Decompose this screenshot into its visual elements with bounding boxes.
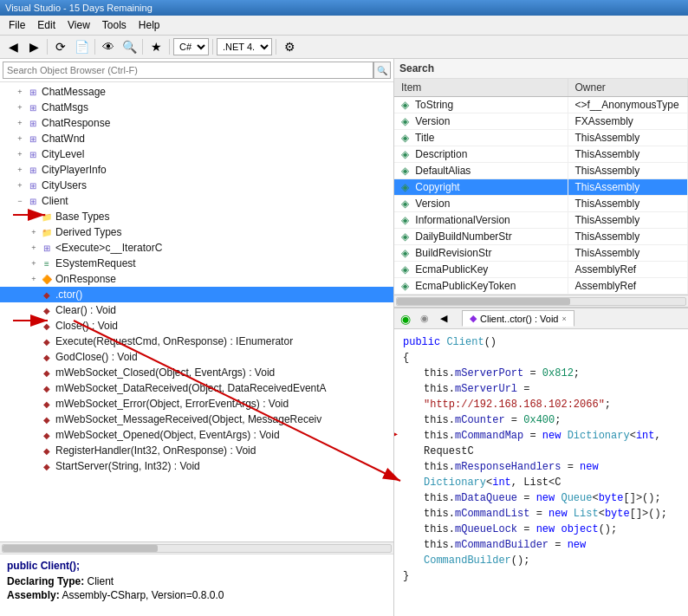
expand-client[interactable]: − (14, 195, 26, 207)
tree-item-esystemrequest[interactable]: + ≡ ESystemRequest (0, 256, 393, 271)
tree-item-mwebsocket-opened[interactable]: ◆ mWebSocket_Opened(Object, EventArgs) :… (0, 427, 393, 443)
result-row[interactable]: ◈ Description ThisAssembly (394, 146, 688, 163)
result-row[interactable]: ◈ Copyright ThisAssembly (394, 179, 688, 196)
toolbar-sep-3 (142, 39, 143, 55)
tree-hscrollbar-thumb[interactable] (3, 545, 158, 552)
code-tab-close-btn[interactable]: × (561, 314, 566, 323)
expand-execute-c[interactable]: + (28, 242, 40, 254)
result-row[interactable]: ◈ DefaultAlias ThisAssembly (394, 163, 688, 179)
result-row[interactable]: ◈ ToString <>f__AnonymousType (394, 97, 688, 113)
result-owner: <>f__AnonymousType (568, 97, 688, 113)
result-row[interactable]: ◈ Title ThisAssembly (394, 130, 688, 146)
expand-onresponse[interactable]: + (28, 273, 40, 285)
results-hscrollbar-thumb[interactable] (397, 298, 570, 305)
result-row[interactable]: ◈ BuildRevisionStr ThisAssembly (394, 245, 688, 262)
tree-item-clear[interactable]: ◆ Clear() : Void (0, 302, 393, 318)
code-view[interactable]: public Client() { this.mServerPort = 0x8… (394, 329, 688, 616)
tree-item-chatmsgs[interactable]: + ⊞ ChatMsgs (0, 100, 393, 115)
forward-btn[interactable]: ▶ (24, 37, 43, 56)
code-line-4: this.mServerUrl = "http://192.168.168.10… (403, 381, 679, 412)
tree-label-mwebsocket-msg: mWebSocket_MessageReceived(Object, Messa… (55, 413, 321, 425)
expand-basetypes[interactable]: + (28, 211, 40, 223)
tree-item-derivedtypes[interactable]: + 📁 Derived Types (0, 224, 393, 240)
declaring-type-value: Client (87, 575, 114, 587)
menu-help[interactable]: Help (133, 17, 166, 33)
nav-left-btn[interactable]: ◀ (436, 311, 451, 327)
tree-item-basetypes[interactable]: + 📁 Base Types (0, 209, 393, 224)
method-icon-mwebsocket-closed: ◆ (40, 366, 54, 379)
menu-file[interactable]: File (3, 17, 30, 33)
results-hscrollbar[interactable] (394, 295, 688, 307)
expand-chatresponse[interactable]: + (14, 117, 26, 129)
result-owner: ThisAssembly (568, 130, 688, 146)
title-bar-text: Visual Studio - 15 Days Remaining (5, 3, 153, 13)
tree-item-mwebsocket-error[interactable]: ◆ mWebSocket_Error(Object, ErrorEventArg… (0, 396, 393, 412)
object-browser-search[interactable] (3, 62, 373, 79)
result-row[interactable]: ◈ Version ThisAssembly (394, 196, 688, 212)
tree-item-godclose[interactable]: ◆ GodClose() : Void (0, 349, 393, 365)
expand-chatmessage[interactable]: + (14, 86, 26, 98)
class-icon-chatmsgs: ⊞ (26, 101, 40, 114)
tree-item-startserver[interactable]: ◆ StartServer(String, Int32) : Void (0, 458, 393, 474)
expand-citylevel[interactable]: + (14, 148, 26, 160)
expand-chatwnd[interactable]: + (14, 133, 26, 145)
menu-view[interactable]: View (62, 17, 95, 33)
tree-item-client[interactable]: − ⊞ Client (0, 193, 393, 209)
tree-hscrollbar-track[interactable] (2, 544, 392, 553)
tree-label-close: Close() : Void (55, 320, 118, 332)
expand-derivedtypes[interactable]: + (28, 226, 40, 238)
expand-cityusers[interactable]: + (14, 179, 26, 191)
menu-edit[interactable]: Edit (32, 17, 61, 33)
tree-item-mwebsocket-closed[interactable]: ◆ mWebSocket_Closed(Object, EventArgs) :… (0, 365, 393, 380)
tree-item-close[interactable]: ◆ Close() : Void (0, 318, 393, 334)
result-row[interactable]: ◈ InformationalVersion ThisAssembly (394, 212, 688, 229)
tree-view[interactable]: + ⊞ ChatMessage + ⊞ ChatMsgs + ⊞ ChatRes… (0, 82, 393, 541)
results-scroll-area[interactable]: Item Owner ◈ ToString <>f__AnonymousType… (394, 79, 688, 295)
nav-forward-btn[interactable]: ◉ (417, 311, 432, 327)
browse-btn[interactable]: 📄 (72, 37, 91, 56)
language-select[interactable]: C# (173, 38, 209, 55)
expand-cityplayerinfo[interactable]: + (14, 164, 26, 176)
result-row[interactable]: ◈ EcmaPublicKey AssemblyRef (394, 262, 688, 278)
method-icon-clear: ◆ (40, 303, 54, 317)
code-line-10: this.mQueueLock = new object(); (403, 522, 679, 537)
menu-tools[interactable]: Tools (97, 17, 132, 33)
left-panel: 🔍 + ⊞ ChatMessage + ⊞ ChatMsgs (0, 59, 394, 616)
tree-label-chatwnd: ChatWnd (42, 133, 85, 145)
tree-item-registerhandler[interactable]: ◆ RegisterHandler(Int32, OnResponse) : V… (0, 443, 393, 458)
expand-mwebsocket-opened (28, 429, 40, 441)
code-tab-ctor[interactable]: ◆ Client..ctor() : Void × (462, 310, 574, 327)
settings-btn[interactable]: ⚙ (280, 37, 299, 56)
tree-item-citylevel[interactable]: + ⊞ CityLevel (0, 146, 393, 162)
tree-item-chatmessage[interactable]: + ⊞ ChatMessage (0, 84, 393, 100)
tree-item-mwebsocket-msg[interactable]: ◆ mWebSocket_MessageReceived(Object, Mes… (0, 412, 393, 427)
tree-item-chatresponse[interactable]: + ⊞ ChatResponse (0, 115, 393, 131)
bookmark-btn[interactable]: ★ (146, 37, 166, 56)
nav-back-btn[interactable]: ◉ (398, 311, 413, 327)
result-row[interactable]: ◈ DailyBuildNumberStr ThisAssembly (394, 229, 688, 245)
back-btn[interactable]: ◀ (3, 37, 23, 56)
class-icon-citylevel: ⊞ (26, 147, 40, 161)
tree-hscrollbar[interactable] (0, 541, 393, 554)
refresh-btn[interactable]: ⟳ (51, 37, 70, 56)
search-execute-btn[interactable]: 🔍 (373, 62, 391, 79)
class-icon-chatresponse: ⊞ (26, 116, 40, 130)
tree-item-execute-c[interactable]: + ⊞ <Execute>c__IteratorC (0, 240, 393, 256)
tree-item-cityusers[interactable]: + ⊞ CityUsers (0, 178, 393, 193)
tree-item-ctor[interactable]: ◆ .ctor() (0, 287, 393, 302)
result-row[interactable]: ◈ Version FXAssembly (394, 113, 688, 130)
tree-item-mwebsocket-data[interactable]: ◆ mWebSocket_DataReceived(Object, DataRe… (0, 380, 393, 396)
search-btn[interactable]: 🔍 (120, 37, 139, 56)
result-item: ◈ Description (394, 146, 568, 163)
expand-chatmsgs[interactable]: + (14, 101, 26, 113)
tree-item-execute[interactable]: ◆ Execute(RequestCmd, OnResponse) : IEnu… (0, 334, 393, 349)
tree-item-chatwnd[interactable]: + ⊞ ChatWnd (0, 131, 393, 146)
framework-select[interactable]: .NET 4. (217, 38, 272, 55)
tree-item-cityplayerinfo[interactable]: + ⊞ CityPlayerInfo (0, 162, 393, 178)
expand-esystemrequest[interactable]: + (28, 257, 40, 269)
view-btn[interactable]: 👁 (99, 37, 118, 56)
results-hscrollbar-track[interactable] (396, 297, 686, 306)
result-row[interactable]: ◈ EcmaPublicKeyToken AssemblyRef (394, 278, 688, 295)
result-item: ◈ Version (394, 196, 568, 212)
tree-item-onresponse[interactable]: + 🔶 OnResponse (0, 271, 393, 287)
